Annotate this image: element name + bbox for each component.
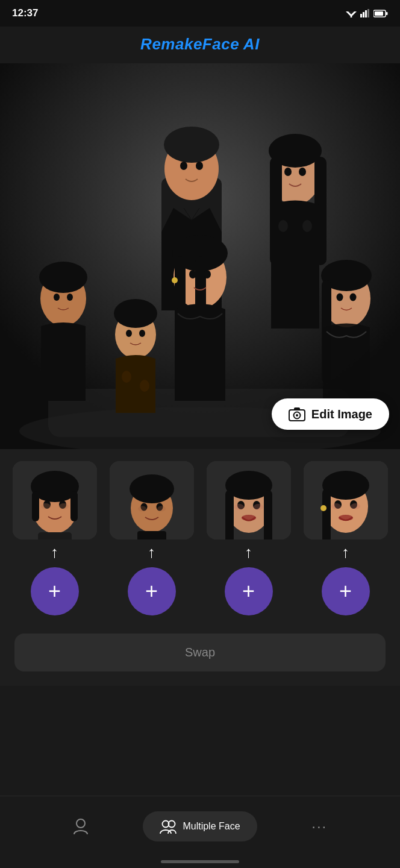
svg-rect-73	[137, 531, 166, 539]
add-face-btn-4[interactable]: +	[322, 567, 370, 615]
portrait-scene	[0, 63, 400, 449]
svg-point-36	[139, 330, 145, 337]
signal-icon	[360, 9, 370, 17]
face-thumb-2	[110, 461, 194, 539]
svg-point-71	[138, 506, 146, 512]
svg-point-25	[302, 220, 312, 232]
svg-point-81	[242, 515, 256, 521]
svg-point-64	[59, 503, 69, 509]
svg-rect-77	[225, 490, 234, 539]
svg-point-16	[180, 162, 187, 170]
svg-point-91	[339, 515, 353, 521]
nav-item-profile[interactable]	[18, 817, 143, 835]
svg-rect-78	[264, 490, 272, 539]
face-thumb-1	[13, 461, 97, 539]
bottom-nav: Multiple Face ···	[0, 796, 400, 868]
arrow-up-1: ↑	[51, 544, 58, 560]
swap-section: Swap	[0, 621, 400, 686]
face-thumb-3	[207, 461, 291, 539]
face-portrait-2	[110, 461, 194, 539]
svg-point-32	[172, 277, 178, 283]
svg-rect-6	[367, 9, 369, 17]
arrow-up-2: ↑	[148, 544, 155, 560]
svg-rect-8	[386, 12, 388, 15]
svg-point-34	[114, 299, 157, 328]
svg-point-30	[189, 270, 196, 278]
edit-image-button[interactable]: Edit Image	[272, 398, 389, 430]
svg-rect-87	[322, 489, 331, 539]
svg-point-82	[234, 504, 244, 510]
svg-point-46	[337, 294, 343, 301]
svg-point-90	[320, 505, 327, 511]
svg-point-40	[39, 262, 87, 293]
svg-rect-3	[360, 14, 362, 17]
app-header: RemakeFace AI	[0, 27, 400, 63]
nav-item-multiple-face[interactable]: Multiple Face	[143, 811, 257, 841]
svg-point-94	[77, 819, 85, 828]
status-bar: 12:37	[0, 0, 400, 27]
nav-item-more[interactable]: ···	[257, 818, 382, 835]
svg-point-93	[351, 503, 360, 509]
svg-point-23	[299, 168, 306, 176]
add-icon-1: +	[48, 580, 61, 602]
status-time: 12:37	[12, 7, 38, 19]
status-icons	[346, 9, 388, 17]
svg-point-35	[126, 330, 132, 337]
svg-point-42	[67, 294, 73, 301]
multiple-face-label: Multiple Face	[183, 821, 240, 832]
main-image-background	[0, 63, 400, 449]
home-indicator	[161, 860, 239, 863]
svg-rect-5	[365, 10, 367, 17]
svg-point-15	[164, 127, 219, 163]
swap-button[interactable]: Swap	[14, 634, 386, 671]
add-face-btn-2[interactable]: +	[128, 567, 176, 615]
face-portrait-3	[207, 461, 291, 539]
dots-icon: ···	[311, 818, 327, 835]
faces-row: ↑ + ↑ +	[10, 461, 390, 615]
svg-rect-60	[70, 491, 78, 521]
svg-rect-65	[38, 532, 72, 539]
edit-image-label: Edit Image	[311, 407, 372, 421]
svg-point-37	[122, 371, 131, 383]
svg-point-17	[196, 162, 203, 170]
face-col-3: ↑ +	[204, 461, 293, 615]
svg-point-41	[54, 294, 60, 301]
swap-label: Swap	[185, 646, 215, 659]
add-icon-4: +	[339, 580, 352, 602]
add-face-btn-1[interactable]: +	[31, 567, 79, 615]
face-col-2: ↑ +	[107, 461, 196, 615]
svg-rect-59	[32, 491, 39, 521]
svg-point-24	[278, 220, 288, 232]
wifi-icon	[346, 9, 357, 17]
app-title: RemakeFace AI	[140, 35, 260, 53]
svg-rect-4	[363, 12, 364, 17]
arrow-up-3: ↑	[245, 544, 252, 560]
svg-point-38	[140, 380, 149, 392]
svg-point-22	[284, 168, 292, 176]
svg-rect-9	[375, 11, 383, 16]
svg-point-72	[157, 506, 166, 512]
face-portrait-4	[304, 461, 388, 539]
svg-point-63	[41, 503, 51, 509]
svg-point-92	[331, 503, 341, 509]
face-col-1: ↑ +	[10, 461, 99, 615]
group-icon	[160, 819, 177, 834]
battery-icon	[373, 10, 388, 17]
add-face-btn-3[interactable]: +	[225, 567, 273, 615]
svg-point-83	[254, 504, 263, 510]
add-icon-2: +	[145, 580, 158, 602]
faces-section: ↑ + ↑ +	[0, 449, 400, 621]
arrow-up-4: ↑	[342, 544, 349, 560]
svg-point-68	[130, 474, 174, 503]
svg-point-47	[350, 294, 357, 301]
add-icon-3: +	[242, 580, 255, 602]
face-thumb-4	[304, 461, 388, 539]
face-portrait-1	[13, 461, 97, 539]
face-col-4: ↑ +	[301, 461, 390, 615]
person-icon	[72, 817, 90, 835]
main-image-area: Edit Image	[0, 63, 400, 449]
svg-point-31	[204, 270, 211, 278]
